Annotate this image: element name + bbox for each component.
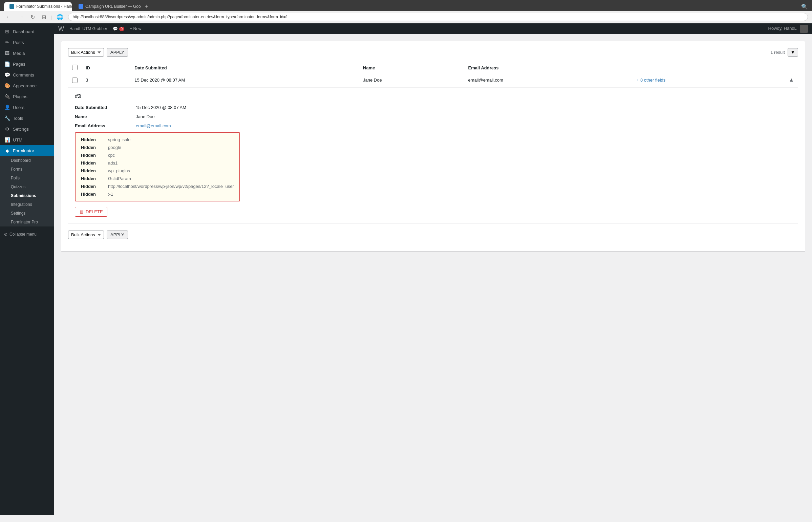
sidebar-item-posts[interactable]: ✏ Posts	[0, 37, 54, 48]
detail-email-row: Email Address email@email.com	[75, 123, 791, 128]
detail-cell: #3 Date Submitted 15 Dec 2020 @ 08:07 AM…	[68, 88, 798, 224]
other-fields-link[interactable]: + 8 other fields	[637, 78, 666, 83]
row-checkbox-cell	[68, 74, 82, 88]
extra-header	[633, 62, 798, 74]
wp-content-area: W HandL UTM Grabber 💬 0 + New Howdy, Han…	[54, 23, 812, 515]
detail-date-value: 15 Dec 2020 @ 08:07 AM	[136, 105, 186, 110]
topbar-left: W HandL UTM Grabber 💬 0 + New	[58, 25, 141, 33]
hidden-label-3: Hidden	[81, 153, 108, 158]
filter-button[interactable]: ▼	[788, 48, 798, 57]
sidebar-item-label: Plugins	[13, 94, 27, 99]
hidden-fields-box: Hidden spring_sale Hidden google	[75, 132, 240, 201]
select-all-checkbox[interactable]	[72, 65, 78, 70]
media-icon: 🖼	[4, 51, 10, 56]
hidden-field-1: Hidden spring_sale	[81, 137, 234, 142]
sidebar-item-label: Appearance	[13, 83, 37, 88]
submenu-forminator-pro[interactable]: Forminator Pro	[0, 218, 54, 226]
sidebar-item-appearance[interactable]: 🎨 Appearance	[0, 80, 54, 91]
sidebar-item-forminator[interactable]: ◆ Forminator	[0, 145, 54, 156]
sidebar-item-label: Posts	[13, 40, 24, 45]
new-tab-button[interactable]: +	[145, 3, 148, 10]
submenu-forms[interactable]: Forms	[0, 165, 54, 174]
hidden-label-5: Hidden	[81, 168, 108, 173]
row-date: 15 Dec 2020 @ 08:07 AM	[131, 74, 359, 88]
tools-icon: 🔧	[4, 116, 10, 121]
plugins-icon: 🔌	[4, 94, 10, 99]
apply-button-top[interactable]: APPLY	[107, 48, 128, 57]
submenu-settings[interactable]: Settings	[0, 209, 54, 218]
detail-row: #3 Date Submitted 15 Dec 2020 @ 08:07 AM…	[68, 88, 798, 224]
tab-google-title: Campaign URL Builder — Goog	[85, 4, 141, 9]
back-button[interactable]: ←	[4, 13, 14, 21]
collapse-icon: ⊙	[4, 232, 7, 237]
settings-icon: ⚙	[4, 126, 10, 132]
submenu-submissions[interactable]: Submissions	[0, 191, 54, 200]
tab-google[interactable]: Campaign URL Builder — Goog	[73, 2, 141, 11]
submenu-dashboard[interactable]: Dashboard	[0, 156, 54, 165]
wp-sidebar: ⊞ Dashboard ✏ Posts 🖼 Media 📄 Pages 💬 Co…	[0, 23, 54, 515]
sidebar-item-media[interactable]: 🖼 Media	[0, 48, 54, 59]
top-toolbar-right: 1 result ▼	[770, 48, 798, 57]
hidden-fields-row: Hidden spring_sale Hidden google	[75, 132, 791, 201]
tab-grid-button[interactable]: ⊞	[40, 13, 48, 21]
email-header[interactable]: Email Address	[464, 62, 633, 74]
wp-logo: W	[58, 25, 64, 33]
reload-button[interactable]: ↻	[28, 13, 37, 21]
hidden-value-8: :-1	[108, 192, 113, 197]
comments-link[interactable]: 💬 0	[113, 26, 125, 31]
forminator-submenu: Dashboard Forms Polls Quizzes Submission…	[0, 156, 54, 226]
topbar-right: Howdy, HandL	[768, 25, 808, 33]
bulk-actions-select-bottom[interactable]: Bulk Actions	[68, 230, 104, 239]
row-email: email@email.com	[464, 74, 633, 88]
sidebar-item-comments[interactable]: 💬 Comments	[0, 69, 54, 80]
table-row: 3 15 Dec 2020 @ 08:07 AM Jane Doe email@…	[68, 74, 798, 88]
new-content-button[interactable]: + New	[130, 26, 141, 31]
submenu-integrations[interactable]: Integrations	[0, 200, 54, 209]
table-body: 3 15 Dec 2020 @ 08:07 AM Jane Doe email@…	[68, 74, 798, 224]
sidebar-item-label: Users	[13, 105, 24, 110]
forward-button[interactable]: →	[16, 13, 26, 21]
filter-icon: ▼	[791, 50, 795, 55]
id-header[interactable]: ID	[82, 62, 131, 74]
top-toolbar: Bulk Actions APPLY 1 result ▼	[68, 48, 798, 57]
wp-topbar: W HandL UTM Grabber 💬 0 + New Howdy, Han…	[54, 23, 812, 34]
hidden-field-3: Hidden cpc	[81, 153, 234, 158]
result-count: 1 result	[770, 50, 785, 55]
sidebar-item-plugins[interactable]: 🔌 Plugins	[0, 91, 54, 102]
users-icon: 👤	[4, 105, 10, 110]
hidden-value-7: http://localhost/wordpress/wp-json/wp/v2…	[108, 184, 234, 189]
submenu-quizzes[interactable]: Quizzes	[0, 182, 54, 191]
site-info-button[interactable]: 🌐	[55, 13, 65, 21]
site-name[interactable]: HandL UTM Grabber	[70, 26, 107, 31]
trash-icon: 🗑	[79, 209, 84, 214]
collapse-menu-button[interactable]: ⊙ Collapse menu	[0, 229, 54, 239]
apply-button-bottom[interactable]: APPLY	[107, 230, 128, 239]
delete-label: DELETE	[86, 209, 103, 214]
hidden-label-1: Hidden	[81, 137, 108, 142]
tab-favicon-google	[79, 4, 83, 9]
tab-wp[interactable]: Forminator Submissions ‹ HandL	[4, 2, 72, 11]
collapse-row-button[interactable]: ▲	[789, 77, 794, 83]
sidebar-item-settings[interactable]: ⚙ Settings	[0, 124, 54, 134]
sidebar-item-pages[interactable]: 📄 Pages	[0, 59, 54, 69]
sidebar-item-users[interactable]: 👤 Users	[0, 102, 54, 113]
nav-divider: |	[51, 15, 52, 20]
name-header[interactable]: Name	[359, 62, 464, 74]
sidebar-item-dashboard[interactable]: ⊞ Dashboard	[0, 26, 54, 37]
search-button[interactable]: 🔍	[801, 3, 808, 10]
row-name: Jane Doe	[359, 74, 464, 88]
row-checkbox[interactable]	[72, 78, 78, 83]
hidden-label-6: Hidden	[81, 176, 108, 181]
sidebar-item-label: Forminator	[13, 148, 34, 153]
sidebar-item-tools[interactable]: 🔧 Tools	[0, 113, 54, 124]
sidebar-item-utm[interactable]: 📊 UTM	[0, 134, 54, 145]
submenu-polls[interactable]: Polls	[0, 174, 54, 182]
delete-button[interactable]: 🗑 DELETE	[75, 207, 107, 217]
url-bar[interactable]	[68, 13, 808, 21]
detail-name-row: Name Jane Doe	[75, 114, 791, 119]
date-header[interactable]: Date Submitted	[131, 62, 359, 74]
email-link[interactable]: email@email.com	[136, 123, 171, 128]
detail-email-value: email@email.com	[136, 123, 171, 128]
bulk-actions-select-top[interactable]: Bulk Actions	[68, 48, 104, 57]
select-all-header	[68, 62, 82, 74]
